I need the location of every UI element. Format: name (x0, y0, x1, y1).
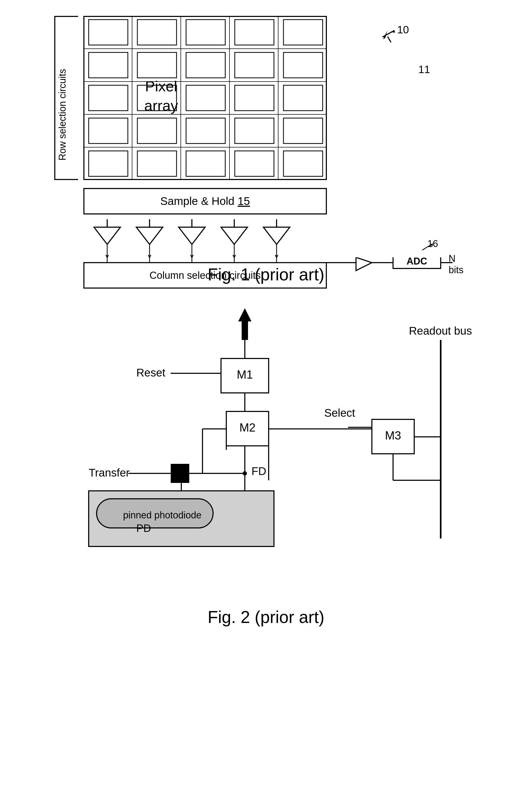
svg-rect-15 (137, 52, 176, 78)
svg-rect-19 (89, 85, 128, 111)
fig1-container: Row selection circuits (28, 16, 504, 284)
svg-rect-28 (283, 118, 323, 144)
fig2-container: M1 M2 Reset FD Transfer (28, 305, 504, 627)
svg-marker-48 (179, 227, 205, 244)
svg-rect-21 (186, 85, 225, 111)
svg-rect-22 (235, 85, 274, 111)
row-selection-label: Row selection circuits (57, 69, 68, 160)
svg-text:M3: M3 (385, 429, 401, 442)
svg-rect-14 (89, 52, 128, 78)
svg-line-35 (382, 31, 394, 37)
pixel-array-grid (83, 16, 327, 180)
svg-text:ADC: ADC (406, 257, 427, 267)
svg-marker-43 (136, 227, 163, 244)
svg-text:M1: M1 (236, 368, 253, 381)
svg-text:Transfer: Transfer (89, 467, 130, 479)
arrow-16-icon (419, 242, 435, 254)
svg-rect-11 (186, 20, 225, 45)
svg-rect-9 (89, 20, 128, 45)
pixel-array-label: Pixel array (144, 77, 178, 115)
svg-marker-58 (263, 227, 290, 244)
n-bits-label: N bits (449, 253, 463, 276)
svg-rect-26 (186, 118, 225, 144)
svg-rect-25 (137, 118, 176, 144)
svg-line-74 (422, 244, 433, 250)
svg-text:Readout bus: Readout bus (409, 325, 472, 337)
svg-text:Reset: Reset (136, 366, 166, 379)
ref-10: 10 (397, 24, 409, 36)
svg-text:FD: FD (251, 465, 266, 477)
svg-rect-30 (137, 151, 176, 176)
svg-marker-76 (238, 308, 251, 340)
svg-rect-27 (235, 118, 274, 144)
sample-hold-box: Sample & Hold 15 (83, 188, 327, 214)
svg-rect-16 (186, 52, 225, 78)
svg-text:M2: M2 (239, 421, 255, 434)
svg-text:pinned photodiode: pinned photodiode (123, 510, 202, 521)
svg-rect-23 (283, 85, 323, 111)
svg-rect-13 (283, 20, 323, 45)
svg-rect-31 (186, 151, 225, 176)
fig2-circuit-svg: M1 M2 Reset FD Transfer (54, 305, 478, 586)
fig2-caption: Fig. 2 (prior art) (28, 607, 504, 627)
svg-rect-29 (89, 151, 128, 176)
mux-triangles (83, 219, 327, 262)
svg-text:PD: PD (136, 522, 151, 534)
ref-11: 11 (418, 63, 430, 75)
svg-marker-38 (94, 227, 120, 244)
fig2-diagram: M1 M2 Reset FD Transfer (54, 305, 478, 597)
svg-rect-12 (235, 20, 274, 45)
svg-text:Select: Select (324, 407, 355, 419)
svg-marker-69 (356, 257, 372, 270)
svg-marker-53 (221, 227, 247, 244)
col-selection-box: Column selection circuits (83, 262, 327, 288)
svg-rect-24 (89, 118, 128, 144)
svg-rect-33 (283, 151, 323, 176)
arrow-10-icon (375, 29, 396, 43)
svg-rect-0 (84, 16, 326, 179)
fig1-diagram: Row selection circuits (54, 16, 478, 254)
svg-rect-17 (235, 52, 274, 78)
svg-rect-18 (283, 52, 323, 78)
svg-rect-32 (235, 151, 274, 176)
sample-hold-label: Sample & Hold (160, 195, 234, 208)
svg-rect-10 (137, 20, 176, 45)
col-selection-label: Column selection circuits (150, 270, 261, 281)
svg-rect-90 (171, 464, 189, 483)
sample-hold-ref: 15 (238, 195, 250, 208)
